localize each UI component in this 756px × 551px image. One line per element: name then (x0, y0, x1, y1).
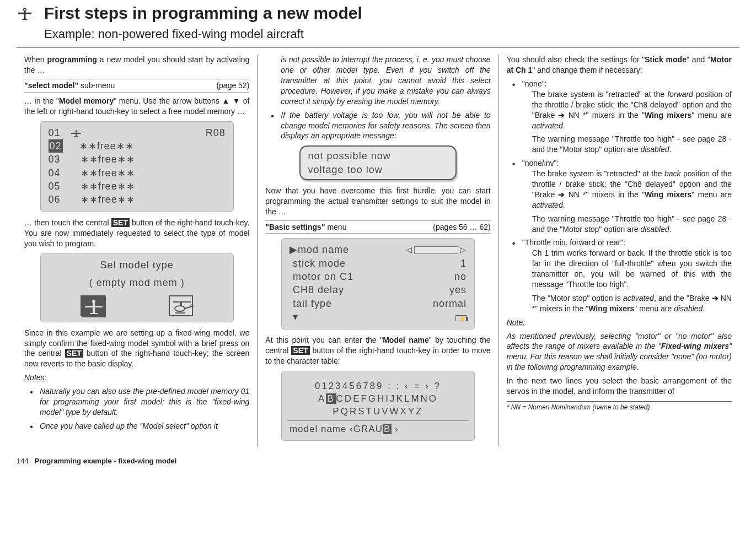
column-3: You should also check the settings for "… (499, 55, 739, 446)
fixed-wing-type-icon (81, 295, 105, 316)
touch-set-text: … then touch the central SET button of t… (24, 218, 249, 249)
set-button-badge: SET (65, 349, 83, 358)
note-1: Naturally you can also use the pre-defin… (33, 386, 249, 418)
note-2: Once you have called up the "Model selec… (33, 421, 249, 431)
footnote: * NN = Nomen Nominandum (name to be stat… (507, 403, 732, 412)
check-settings-text: You should also check the settings for "… (507, 55, 732, 75)
arrow-icon: ➔ (558, 111, 565, 120)
note-3: If the battery voltage is too low, you w… (274, 110, 490, 142)
options-list: "none": The brake system is "retracted" … (507, 79, 732, 314)
model-memory-screen: 01 R08 02 ∗∗free∗∗ 03 ∗∗free∗∗ 04 ∗∗free… (40, 121, 234, 213)
svg-rect-10 (90, 313, 98, 314)
set-button-badge: SET (291, 346, 309, 355)
arrow-icon: ➔ (558, 190, 565, 199)
svg-point-11 (92, 300, 95, 303)
column-2: is not possible to interrupt the process… (258, 55, 498, 446)
page-header: First steps in programming a new model E… (17, 0, 739, 42)
page-title: First steps in programming a new model (44, 2, 362, 25)
footnote-rule (507, 401, 732, 402)
right-scroll-icon: ▷ (460, 245, 467, 255)
svg-point-3 (24, 8, 26, 11)
select-model-heading: "select model" sub-menu (page 52) (24, 79, 249, 93)
heli-type-icon (169, 295, 193, 316)
notes-list-2: If the battery voltage is too low, you w… (265, 110, 490, 142)
svg-rect-2 (23, 19, 28, 20)
svg-point-16 (191, 305, 193, 307)
content-columns: When programming a new model you should … (17, 55, 739, 446)
overcome-hurdle-text: Now that you have overcome this first hu… (265, 186, 490, 217)
notes-list: Naturally you can also use the pre-defin… (24, 386, 249, 431)
fixed-wing-confirm-text: Since in this example we are setting up … (24, 328, 249, 370)
intro-text: When programming a new model you should … (24, 55, 249, 75)
model-name-text: At this point you can enter the "Model n… (265, 335, 490, 366)
option-throttle-min: "Throttle min. forward or rear": Ch 1 tr… (516, 237, 732, 314)
page-footer: 144 Programming example - fixed-wing mod… (17, 456, 739, 466)
fixed-wing-small-icon (71, 129, 82, 137)
option-none-inv: "none/inv": The brake system is "retract… (516, 158, 732, 234)
svg-point-14 (175, 306, 185, 311)
left-scroll-icon: ◁ (406, 245, 412, 255)
fixed-wing-icon (17, 6, 33, 22)
voltage-low-message: not possible now voltage too low (299, 145, 457, 180)
option-none: "none": The brake system is "retracted" … (516, 79, 732, 155)
battery-icon: ⚡ (455, 315, 467, 321)
sel-model-type-screen: Sel model type ( empty mod mem ) (40, 253, 234, 322)
set-button-badge: SET (111, 218, 130, 227)
basic-settings-heading: "Basic settings" menu (pages 56 … 62) (265, 220, 490, 234)
arrow-icon: ➔ (712, 294, 719, 302)
basic-settings-screen: ▶mod name ◁ ▷ stick mode1 motor on C1no … (281, 238, 475, 329)
next-lines-text: In the next two lines you select the bas… (507, 376, 732, 397)
note-2-continued: is not possible to interrupt the process… (265, 55, 490, 106)
note-heading: Note: (507, 317, 732, 328)
svg-rect-6 (74, 136, 78, 137)
character-table-screen: 0123456789 : ; ‹ = › ? ABCDEFGHIJKLMNO P… (281, 371, 475, 441)
notes-heading: Notes: (24, 372, 249, 383)
note-body: As mentioned previously, selecting "moto… (507, 331, 732, 373)
header-divider (17, 47, 739, 48)
page-subtitle: Example: non-powered fixed-wing model ai… (44, 26, 362, 42)
column-1: When programming a new model you should … (17, 55, 258, 446)
svg-rect-5 (76, 130, 77, 137)
model-memory-text: … in the "Model memory" menu. Use the ar… (24, 96, 249, 117)
